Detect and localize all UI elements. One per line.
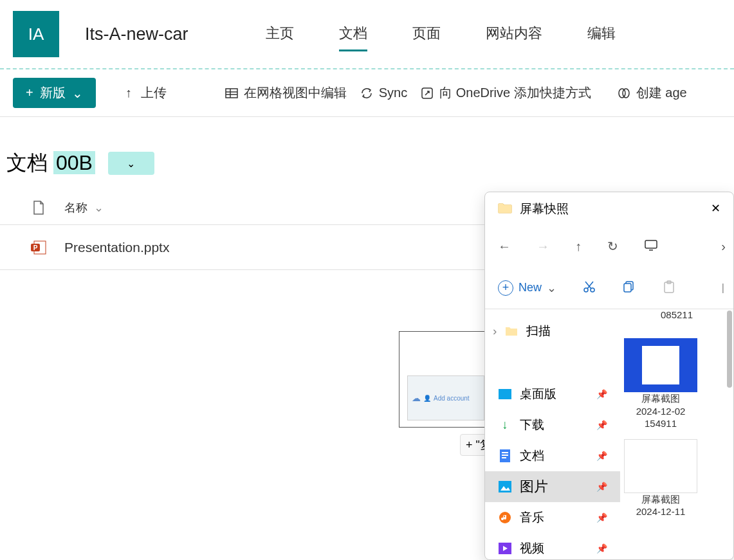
up-icon[interactable]: ↑ [575, 239, 582, 254]
explorer-nav: ← → ↑ ↻ › [485, 226, 733, 267]
tab-site-contents[interactable]: 网站内容 [486, 17, 542, 51]
tab-pages[interactable]: 页面 [412, 17, 441, 51]
svg-point-5 [619, 89, 625, 98]
sync-label: Sync [379, 86, 407, 100]
create-agent-button[interactable]: 创建 age [617, 84, 687, 102]
cut-icon[interactable] [582, 280, 596, 296]
file-type-icon: P [13, 239, 64, 256]
pin-icon[interactable]: 📌 [596, 482, 607, 492]
forward-icon[interactable]: → [537, 239, 549, 254]
svg-rect-22 [502, 452, 508, 453]
sidebar-item-pictures[interactable]: 图片 📌 [485, 471, 620, 502]
sidebar-label: 桌面版 [520, 386, 556, 402]
pictures-icon [498, 480, 512, 494]
site-header: IA Its-A-new-car 主页 文档 页面 网站内容 编辑 [0, 0, 734, 69]
more-icon[interactable]: | [722, 282, 724, 294]
refresh-icon[interactable]: ↻ [607, 239, 618, 254]
sync-button[interactable]: Sync [360, 86, 407, 100]
svg-text:P: P [33, 244, 38, 251]
chevron-right-icon: › [493, 324, 497, 338]
svg-rect-20 [499, 389, 511, 399]
copy-icon[interactable] [622, 280, 636, 296]
sidebar-item-downloads[interactable]: ↓ 下载 📌 [485, 410, 620, 440]
download-icon: ↓ [498, 418, 512, 432]
onedrive-shortcut-button[interactable]: 向 OneDrive 添加快捷方式 [420, 84, 591, 102]
sync-icon [360, 86, 374, 100]
tab-documents[interactable]: 文档 [339, 17, 367, 51]
explorer-content: 085211 屏幕截图 2024-12-02 154911 屏幕截图 2024-… [620, 309, 733, 559]
pin-icon[interactable]: 📌 [596, 420, 607, 430]
grid-icon [225, 86, 239, 100]
copilot-icon [617, 86, 631, 100]
explorer-titlebar[interactable]: 屏幕快照 ✕ [485, 192, 733, 226]
chevron-down-icon: ⌄ [72, 86, 83, 101]
sidebar-item-scan[interactable]: › 扫描 [485, 316, 620, 347]
folder-icon [504, 324, 518, 338]
sidebar-item-videos[interactable]: 视频 📌 [485, 533, 620, 559]
tab-home[interactable]: 主页 [266, 17, 294, 51]
sidebar-item-documents[interactable]: 文档 📌 [485, 440, 620, 471]
svg-point-6 [623, 89, 629, 98]
svg-rect-25 [499, 481, 511, 492]
column-type-icon[interactable] [13, 200, 64, 215]
shortcut-icon [420, 86, 434, 100]
plus-icon: + [26, 86, 33, 100]
grid-edit-button[interactable]: 在网格视图中编辑 [225, 84, 347, 102]
file-thumbnail[interactable]: 屏幕截图 2024-12-11 [624, 439, 697, 518]
site-title[interactable]: Its-A-new-car [85, 24, 188, 44]
explorer-sidebar: › 扫描 桌面版 📌 ↓ 下载 📌 [485, 309, 620, 559]
chevron-right-icon[interactable]: › [721, 239, 726, 254]
column-name-label: 名称 [64, 200, 87, 215]
drag-preview-text: Add account [434, 395, 470, 402]
close-icon[interactable]: ✕ [711, 201, 720, 215]
onedrive-shortcut-label: 向 OneDrive 添加快捷方式 [439, 84, 591, 102]
chevron-down-icon: ⌄ [127, 158, 135, 170]
library-view-dropdown[interactable]: ⌄ [108, 152, 154, 175]
new-button[interactable]: + 新版 ⌄ [13, 78, 96, 108]
new-button-label: 新版 [40, 84, 66, 102]
chevron-down-icon: ⌄ [94, 201, 104, 215]
svg-rect-10 [645, 240, 657, 248]
sidebar-label: 扫描 [526, 323, 551, 339]
pin-icon[interactable]: 📌 [596, 451, 607, 461]
sidebar-item-desktop[interactable]: 桌面版 📌 [485, 379, 620, 410]
nav-tabs: 主页 文档 页面 网站内容 编辑 [266, 17, 616, 51]
site-logo[interactable]: IA [13, 11, 59, 57]
sidebar-label: 下载 [520, 417, 544, 433]
upload-icon: ↑ [122, 86, 136, 100]
monitor-icon[interactable] [644, 238, 658, 255]
explorer-toolbar: + New ⌄ | [485, 267, 733, 309]
pin-icon[interactable]: 📌 [596, 389, 607, 399]
chevron-down-icon: ⌄ [547, 281, 556, 295]
sidebar-item-music[interactable]: 音乐 📌 [485, 502, 620, 533]
plus-circle-icon: + [498, 280, 513, 296]
tab-edit[interactable]: 编辑 [587, 17, 616, 51]
explorer-new-button[interactable]: + New ⌄ [498, 280, 556, 296]
sidebar-label: 文档 [520, 447, 544, 464]
cloud-icon: ☁ [412, 393, 421, 403]
paste-icon[interactable] [662, 280, 676, 296]
drag-preview: ☁ 👤 Add account [399, 331, 497, 428]
file-thumbnail[interactable]: 屏幕截图 2024-12-02 154911 [624, 338, 697, 430]
powerpoint-icon: P [30, 239, 47, 256]
library-title-prefix: 文档 [6, 151, 48, 174]
create-agent-label: 创建 age [636, 84, 687, 102]
explorer-body: › 扫描 桌面版 📌 ↓ 下载 📌 [485, 309, 733, 559]
back-icon[interactable]: ← [498, 239, 511, 254]
document-icon [498, 449, 512, 463]
library-title-suffix: 00B [53, 151, 95, 174]
grid-edit-label: 在网格视图中编辑 [244, 84, 347, 102]
folder-icon [498, 202, 512, 217]
thumbnail-label: 屏幕截图 2024-12-02 154911 [624, 392, 697, 430]
svg-rect-24 [502, 457, 506, 458]
drag-preview-content: ☁ 👤 Add account [407, 375, 484, 420]
sidebar-label: 视频 [520, 540, 544, 557]
library-title-bar: 文档 00B ⌄ [0, 117, 734, 190]
pin-icon[interactable]: 📌 [596, 512, 607, 523]
person-icon: 👤 [423, 395, 431, 402]
pin-icon[interactable]: 📌 [596, 543, 607, 554]
upload-button[interactable]: ↑ 上传 [122, 84, 167, 102]
sidebar-label: 图片 [520, 477, 548, 496]
sidebar-label: 音乐 [520, 509, 544, 526]
scrollbar[interactable] [726, 309, 733, 559]
